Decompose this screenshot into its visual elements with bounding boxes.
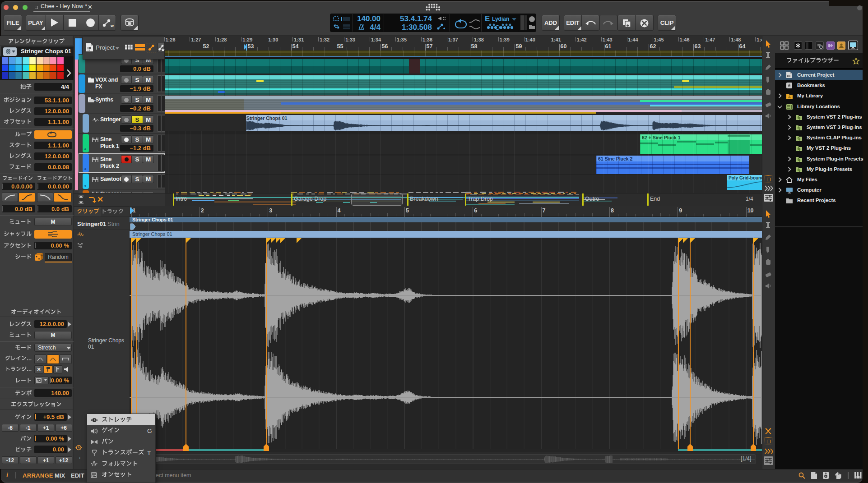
svg-text:P: P — [820, 46, 822, 48]
